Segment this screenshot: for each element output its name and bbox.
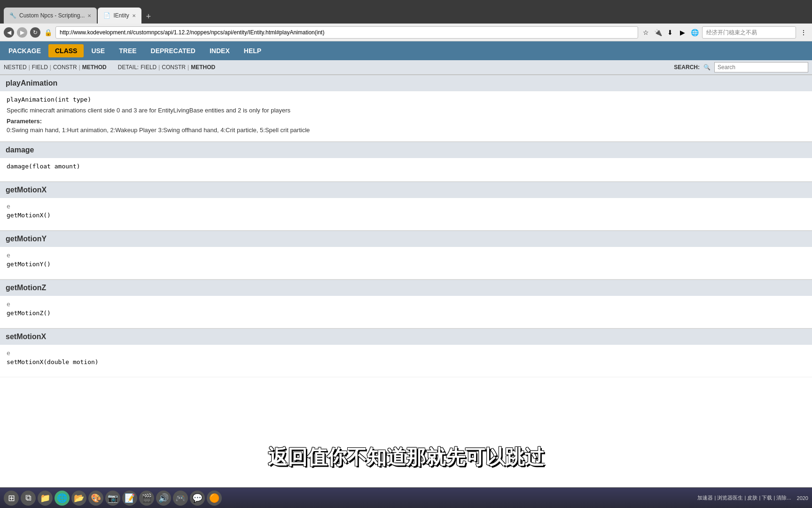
taskbar-task-view[interactable]: ⧉ bbox=[21, 491, 36, 506]
search-input[interactable] bbox=[714, 62, 808, 72]
method-detail-getMotionY: e getMotionY() bbox=[0, 247, 812, 279]
javadoc-nav: PACKAGE CLASS USE TREE DEPRECATED INDEX … bbox=[0, 41, 812, 60]
section-header-getMotionX: getMotionX bbox=[0, 182, 812, 198]
tab-icon-1: 🔧 bbox=[9, 12, 16, 19]
nav-package[interactable]: PACKAGE bbox=[2, 44, 47, 57]
detail-constr-link[interactable]: CONSTR bbox=[162, 64, 186, 71]
back-button[interactable]: ◀ bbox=[4, 27, 14, 38]
pipe-2: | bbox=[50, 64, 51, 71]
tab-label-1: Custom Npcs - Scripting... bbox=[19, 12, 85, 19]
user-icon[interactable]: 🌐 bbox=[690, 28, 699, 37]
address-field[interactable] bbox=[55, 26, 638, 39]
method-sig-setMotionX: setMotionX(double motion) bbox=[7, 358, 805, 365]
method-desc-playAnimation: Specific minecraft animations client sid… bbox=[7, 107, 805, 114]
address-bar-row: ◀ ▶ ↻ 🔒 ☆ 🔌 ⬇ ▶ 🌐 ⋮ bbox=[0, 24, 812, 41]
method-detail-getMotionZ: e getMotionZ() bbox=[0, 296, 812, 328]
pipe-5: | bbox=[187, 64, 189, 71]
section-header-getMotionZ: getMotionZ bbox=[0, 279, 812, 296]
taskbar-time: 2020 bbox=[797, 495, 808, 501]
star-icon[interactable]: ☆ bbox=[641, 28, 650, 37]
taskbar-app7[interactable]: 💬 bbox=[190, 491, 205, 506]
tab-label-2: IEntity bbox=[113, 12, 129, 19]
nav-index[interactable]: INDEX bbox=[203, 44, 236, 57]
summary-bar: NESTED | FIELD | CONSTR | METHOD DETAIL:… bbox=[0, 60, 812, 75]
forward-button[interactable]: ▶ bbox=[17, 27, 27, 38]
browser-search-input[interactable] bbox=[702, 26, 796, 39]
taskbar-app2[interactable]: 📷 bbox=[105, 491, 120, 506]
detail-method-link[interactable]: METHOD bbox=[191, 64, 215, 71]
summary-right: SEARCH: 🔍 bbox=[674, 62, 808, 72]
nav-use[interactable]: USE bbox=[85, 44, 111, 57]
taskbar-right: 加速器 | 浏览器医生 | 皮肤 | 下载 | 清除... 2020 bbox=[697, 494, 808, 501]
taskbar-chrome[interactable]: 🌐 bbox=[55, 491, 70, 506]
summary-field-link[interactable]: FIELD bbox=[32, 64, 48, 71]
section-title-damage: damage bbox=[6, 146, 34, 154]
method-sig-playAnimation: playAnimation(int type) bbox=[7, 96, 805, 103]
taskbar-app6[interactable]: 🎮 bbox=[173, 491, 188, 506]
taskbar-file[interactable]: 📁 bbox=[38, 491, 53, 506]
menu-icon[interactable]: ⋮ bbox=[799, 28, 808, 37]
download-icon[interactable]: ⬇ bbox=[665, 28, 675, 37]
return-type-getMotionZ: e bbox=[7, 301, 805, 308]
section-header-getMotionY: getMotionY bbox=[0, 230, 812, 247]
method-sig-damage: damage(float amount) bbox=[7, 163, 805, 170]
tab-ientity[interactable]: 📄 IEntity ✕ bbox=[98, 8, 141, 24]
tab-custom-npcs[interactable]: 🔧 Custom Npcs - Scripting... ✕ bbox=[4, 8, 97, 24]
nav-class[interactable]: CLASS bbox=[48, 44, 84, 57]
detail-label: DETAIL: bbox=[118, 64, 139, 71]
taskbar-app5[interactable]: 🔊 bbox=[156, 491, 171, 506]
refresh-button[interactable]: ↻ bbox=[30, 27, 40, 38]
tab-close-2[interactable]: ✕ bbox=[132, 13, 136, 18]
search-icon: 🔍 bbox=[703, 64, 710, 71]
section-header-playAnimation: playAnimation bbox=[0, 75, 812, 91]
method-detail-getMotionX: e getMotionX() bbox=[0, 198, 812, 230]
summary-constr-link[interactable]: CONSTR bbox=[53, 64, 77, 71]
section-title-getMotionY: getMotionY bbox=[6, 235, 47, 243]
taskbar-start[interactable]: ⊞ bbox=[4, 491, 19, 506]
subtitle-overlay: 返回值你不知道那就先可以跳过 bbox=[268, 444, 544, 470]
method-detail-playAnimation: playAnimation(int type) Specific minecra… bbox=[0, 91, 812, 142]
taskbar-app4[interactable]: 🎬 bbox=[139, 491, 154, 506]
return-type-setMotionX: e bbox=[7, 349, 805, 357]
pipe-1: | bbox=[29, 64, 30, 71]
pipe-3: | bbox=[79, 64, 80, 71]
section-title-playAnimation: playAnimation bbox=[6, 79, 57, 87]
method-sig-getMotionX: getMotionX() bbox=[7, 212, 805, 219]
nav-tree[interactable]: TREE bbox=[112, 44, 143, 57]
method-detail-setMotionX: e setMotionX(double motion) bbox=[0, 345, 812, 377]
taskbar-app8[interactable]: 🟠 bbox=[207, 491, 222, 506]
taskbar: ⊞ ⧉ 📁 🌐 📂 🎨 📷 📝 🎬 🔊 🎮 💬 🟠 加速器 | 浏览器医生 | … bbox=[0, 487, 812, 508]
summary-nested-link[interactable]: NESTED bbox=[4, 64, 27, 71]
new-tab-button[interactable]: + bbox=[142, 10, 155, 24]
taskbar-app1[interactable]: 🎨 bbox=[88, 491, 103, 506]
return-type-getMotionX: e bbox=[7, 203, 805, 210]
lock-icon: 🔒 bbox=[43, 28, 53, 37]
method-detail-damage: damage(float amount) bbox=[0, 158, 812, 182]
detail-field-link[interactable]: FIELD bbox=[141, 64, 156, 71]
method-sig-getMotionY: getMotionY() bbox=[7, 261, 805, 268]
method-params-detail-playAnimation: 0:Swing main hand, 1:Hurt animation, 2:W… bbox=[7, 127, 805, 134]
taskbar-addons: 加速器 | 浏览器医生 | 皮肤 | 下载 | 清除... bbox=[697, 494, 791, 501]
browser-tabs: 🔧 Custom Npcs - Scripting... ✕ 📄 IEntity… bbox=[4, 0, 155, 24]
section-title-getMotionX: getMotionX bbox=[6, 186, 47, 194]
method-params-label-playAnimation: Parameters: bbox=[7, 118, 805, 125]
play-icon[interactable]: ▶ bbox=[678, 28, 687, 37]
summary-left: NESTED | FIELD | CONSTR | METHOD DETAIL:… bbox=[4, 64, 215, 71]
nav-help[interactable]: HELP bbox=[237, 44, 268, 57]
extension-icon[interactable]: 🔌 bbox=[653, 28, 663, 37]
browser-chrome: 🔧 Custom Npcs - Scripting... ✕ 📄 IEntity… bbox=[0, 0, 812, 24]
tab-icon-2: 📄 bbox=[103, 12, 110, 19]
method-sig-getMotionZ: getMotionZ() bbox=[7, 310, 805, 317]
section-header-damage: damage bbox=[0, 142, 812, 158]
return-type-getMotionY: e bbox=[7, 252, 805, 259]
summary-method-link[interactable]: METHOD bbox=[82, 64, 107, 71]
nav-deprecated[interactable]: DEPRECATED bbox=[144, 44, 202, 57]
section-title-setMotionX: setMotionX bbox=[6, 333, 46, 341]
taskbar-app3[interactable]: 📝 bbox=[122, 491, 137, 506]
pipe-4: | bbox=[158, 64, 160, 71]
taskbar-files[interactable]: 📂 bbox=[71, 491, 86, 506]
tab-close-1[interactable]: ✕ bbox=[87, 13, 91, 18]
section-title-getMotionZ: getMotionZ bbox=[6, 284, 46, 292]
search-label: SEARCH: bbox=[674, 64, 700, 71]
section-header-setMotionX: setMotionX bbox=[0, 328, 812, 345]
